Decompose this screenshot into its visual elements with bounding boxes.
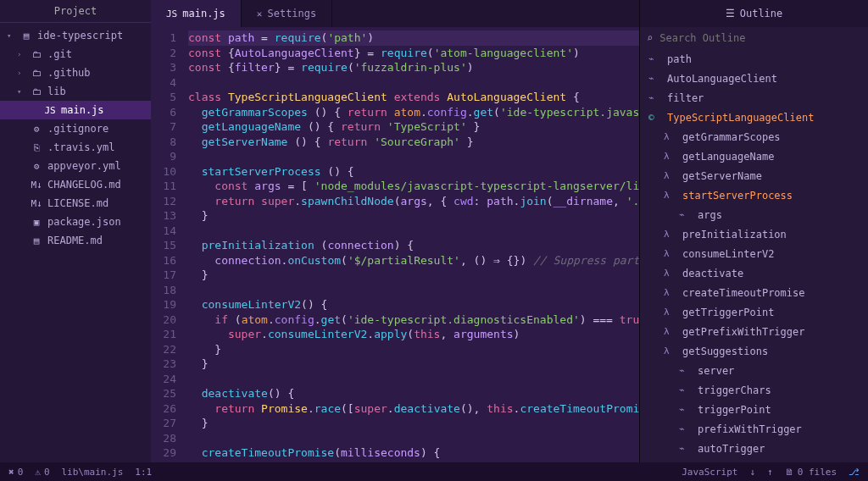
- tree-item-main-js[interactable]: JSmain.js: [0, 101, 151, 119]
- outline-item-filter[interactable]: ⌁filter: [640, 88, 868, 108]
- search-icon: ⌕: [647, 32, 653, 44]
- fn-icon: λ: [664, 346, 676, 357]
- outline-item-getLanguageName[interactable]: λgetLanguageName: [640, 147, 868, 166]
- tab-label: main.js: [182, 8, 225, 19]
- outline-item-getServerName[interactable]: λgetServerName: [640, 166, 868, 185]
- outline-item-triggerChars[interactable]: ⌁triggerChars: [640, 380, 868, 400]
- var-icon: ⌁: [679, 404, 691, 415]
- tree-root-label: ide-typescript: [37, 30, 123, 41]
- tree-item--travis-yml[interactable]: ⎘.travis.yml: [0, 138, 151, 157]
- tree-item-label: .gitignore: [47, 123, 108, 135]
- outline-item-TypeScriptLanguageClient[interactable]: ©TypeScriptLanguageClient: [640, 108, 868, 127]
- status-language[interactable]: JavaScript: [682, 467, 737, 478]
- outline-list: ⌁path⌁AutoLanguageClient⌁filter©TypeScri…: [640, 49, 868, 462]
- outline-label: createTimeoutPromise: [682, 287, 805, 299]
- file-tree: ▾ ▤ ide-typescript ›🗀.git›🗀.github▾🗀libJ…: [0, 23, 151, 462]
- outline-item-consumeLinterV2[interactable]: λconsumeLinterV2: [640, 244, 868, 263]
- tab-main-js[interactable]: JSmain.js: [151, 0, 242, 27]
- outline-item-server[interactable]: ⌁server: [640, 361, 868, 380]
- chevron-down-icon: ▾: [7, 31, 15, 40]
- code-area[interactable]: const path = require('path')const {AutoL…: [185, 27, 639, 462]
- var-icon: ⌁: [648, 92, 660, 103]
- tree-item-label: LICENSE.md: [47, 197, 108, 209]
- editor-pane: JSmain.js✕Settings 123456789101112131415…: [151, 0, 639, 462]
- code-editor[interactable]: 1234567891011121314151617181920212223242…: [151, 27, 639, 462]
- outline-label: TypeScriptLanguageClient: [667, 112, 814, 124]
- gear-icon: ⚙: [31, 124, 42, 135]
- tree-item--gitignore[interactable]: ⚙.gitignore: [0, 119, 151, 138]
- tree-item--git[interactable]: ›🗀.git: [0, 45, 151, 64]
- outline-item-AutoLanguageClient[interactable]: ⌁AutoLanguageClient: [640, 69, 868, 88]
- outline-item-prefixWithTrigger[interactable]: ⌁prefixWithTrigger: [640, 419, 868, 439]
- tree-root[interactable]: ▾ ▤ ide-typescript: [0, 26, 151, 45]
- outline-label: getLanguageName: [682, 151, 774, 163]
- status-path: lib\main.js: [62, 467, 124, 478]
- outline-label: triggerChars: [698, 384, 771, 396]
- md-icon: M↓: [31, 198, 42, 209]
- book-icon: ▤: [20, 30, 32, 41]
- status-cursor: 1:1: [135, 467, 152, 478]
- tab-icon: ✕: [257, 8, 263, 19]
- arrow-up-icon[interactable]: ↑: [767, 467, 773, 478]
- outline-label: getGrammarScopes: [682, 131, 781, 143]
- tree-item-package-json[interactable]: ▣package.json: [0, 213, 151, 231]
- outline-item-autoTrigger[interactable]: ⌁autoTrigger: [640, 439, 868, 458]
- outline-label: AutoLanguageClient: [667, 73, 777, 85]
- outline-item-triggerPoint[interactable]: ⌁triggerPoint: [640, 400, 868, 419]
- tree-item-CHANGELOG-md[interactable]: M↓CHANGELOG.md: [0, 175, 151, 194]
- arrow-down-icon[interactable]: ↓: [749, 467, 755, 478]
- line-gutter: 1234567891011121314151617181920212223242…: [151, 27, 185, 462]
- folder-icon: 🗀: [31, 68, 42, 79]
- outline-item-deactivate[interactable]: λdeactivate: [640, 263, 868, 283]
- fn-icon: λ: [664, 326, 676, 337]
- github-icon[interactable]: ⎇: [849, 467, 860, 478]
- fn-icon: λ: [664, 248, 676, 259]
- tree-item-label: .travis.yml: [47, 141, 114, 153]
- outline-label: filter: [667, 92, 704, 104]
- outline-item-getPrefixWithTrigger[interactable]: λgetPrefixWithTrigger: [640, 322, 868, 341]
- fn-icon: λ: [664, 229, 676, 240]
- outline-item-createTimeoutPromise[interactable]: λcreateTimeoutPromise: [640, 283, 868, 302]
- outline-label: getPrefixWithTrigger: [682, 326, 805, 338]
- fn-icon: λ: [664, 287, 676, 298]
- outline-label: prefixWithTrigger: [698, 423, 802, 435]
- outline-item-getTriggerPoint[interactable]: λgetTriggerPoint: [640, 302, 868, 322]
- outline-label: autoTrigger: [698, 443, 765, 455]
- tab-settings[interactable]: ✕Settings: [242, 0, 332, 27]
- project-sidebar: Project ▾ ▤ ide-typescript ›🗀.git›🗀.gith…: [0, 0, 151, 462]
- outline-item-preInitialization[interactable]: λpreInitialization: [640, 224, 868, 244]
- outline-panel: ☰ Outline ⌕ ⌁path⌁AutoLanguageClient⌁fil…: [639, 0, 868, 462]
- code-icon: ⎘: [31, 142, 42, 153]
- tab-bar: JSmain.js✕Settings: [151, 0, 639, 27]
- outline-search: ⌕: [640, 27, 868, 49]
- outline-label: deactivate: [682, 268, 743, 279]
- outline-label: getServerName: [682, 170, 762, 182]
- outline-title: ☰ Outline: [640, 0, 868, 27]
- outline-search-input[interactable]: [659, 32, 861, 44]
- outline-item-path[interactable]: ⌁path: [640, 49, 868, 69]
- outline-item-getGrammarScopes[interactable]: λgetGrammarScopes: [640, 127, 868, 147]
- tree-item-lib[interactable]: ▾🗀lib: [0, 82, 151, 101]
- outline-label: path: [667, 53, 692, 65]
- outline-item-args[interactable]: ⌁args: [640, 205, 868, 224]
- outline-item-getSuggestions[interactable]: λgetSuggestions: [640, 341, 868, 361]
- tree-item-appveyor-yml[interactable]: ⚙appveyor.yml: [0, 157, 151, 175]
- outline-label: triggerPoint: [698, 404, 771, 416]
- tree-item--github[interactable]: ›🗀.github: [0, 64, 151, 82]
- fn-icon: λ: [664, 151, 676, 162]
- status-files[interactable]: 🗎 0 files: [785, 467, 837, 478]
- chevron-icon: ›: [17, 69, 25, 77]
- list-icon: ☰: [726, 8, 735, 19]
- tree-item-README-md[interactable]: ▤README.md: [0, 231, 151, 250]
- status-warnings[interactable]: ⚠ 0: [35, 467, 49, 478]
- tree-item-LICENSE-md[interactable]: M↓LICENSE.md: [0, 194, 151, 213]
- var-icon: ⌁: [648, 73, 660, 84]
- tree-item-label: .github: [47, 67, 91, 79]
- var-icon: ⌁: [679, 443, 691, 454]
- outline-label: args: [698, 209, 722, 221]
- outline-item-startServerProcess[interactable]: λstartServerProcess: [640, 185, 868, 205]
- fn-icon: λ: [664, 190, 676, 201]
- status-errors[interactable]: ✖ 0: [8, 467, 23, 478]
- md-icon: M↓: [31, 180, 42, 191]
- folder-icon: 🗀: [31, 86, 42, 97]
